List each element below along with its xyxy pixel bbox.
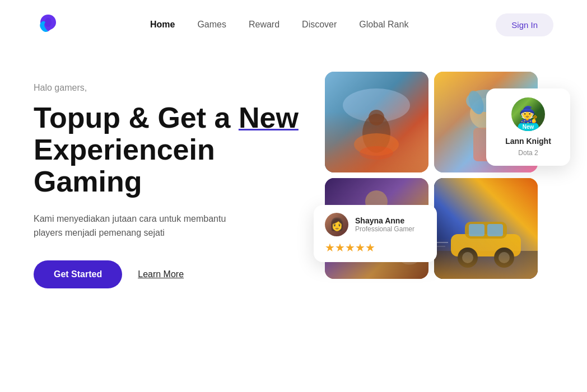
hero-title: Topup & Get a New Experiencein Gaming — [34, 102, 302, 198]
review-card-top: Shayna Anne Professional Gamer — [325, 213, 426, 236]
logo[interactable] — [34, 10, 63, 39]
reviewer-title: Professional Gamer — [355, 225, 414, 233]
stars-rating: ★★★★★ — [325, 241, 426, 254]
navbar: Home Games Reward Discover Global Rank S… — [0, 0, 587, 49]
svg-rect-20 — [434, 251, 538, 279]
svg-point-0 — [45, 18, 52, 27]
hero-buttons: Get Started Learn More — [34, 260, 302, 288]
hero-description: Kami menyediakan jutaan cara untuk memba… — [34, 212, 302, 240]
reviewer-name: Shayna Anne — [355, 216, 414, 225]
svg-point-26 — [462, 252, 473, 263]
game-card-racing[interactable] — [434, 178, 538, 279]
learn-more-button[interactable]: Learn More — [138, 269, 184, 279]
nav-item-reward[interactable]: Reward — [249, 20, 279, 30]
svg-point-10 — [465, 88, 487, 116]
svg-point-2 — [343, 88, 410, 122]
hero-title-highlight: New — [239, 101, 299, 134]
svg-point-25 — [458, 248, 478, 268]
nav-item-games[interactable]: Games — [197, 20, 226, 30]
game-card-shooter[interactable] — [325, 72, 428, 172]
svg-point-27 — [494, 248, 514, 268]
hero-title-part2: Experiencein — [34, 133, 215, 166]
hero-visual: 8 — [325, 72, 553, 296]
player-avatar: New — [511, 97, 545, 131]
svg-rect-24 — [487, 224, 503, 236]
reviewer-avatar — [325, 213, 348, 236]
hero-greeting: Halo gamers, — [34, 83, 302, 93]
svg-point-6 — [360, 146, 393, 160]
svg-point-4 — [369, 110, 384, 125]
hero-title-part3: Gaming — [34, 165, 142, 198]
signin-button[interactable]: Sign In — [496, 13, 553, 36]
nav-links: Home Games Reward Discover Global Rank — [150, 20, 408, 30]
player-card: New Lann Knight Dota 2 — [486, 88, 570, 166]
hero-title-part1: Topup & Get a New — [34, 101, 299, 134]
svg-rect-1 — [325, 72, 428, 172]
svg-rect-23 — [469, 224, 484, 236]
hero-content: Halo gamers, Topup & Get a New Experienc… — [34, 72, 302, 288]
nav-item-global-rank[interactable]: Global Rank — [359, 20, 408, 30]
reviewer-info: Shayna Anne Professional Gamer — [355, 216, 414, 233]
player-name: Lann Knight — [505, 137, 551, 146]
svg-point-28 — [499, 252, 510, 263]
nav-item-discover[interactable]: Discover — [302, 20, 337, 30]
svg-point-3 — [362, 114, 390, 153]
get-started-button[interactable]: Get Started — [34, 260, 122, 288]
player-game: Dota 2 — [518, 149, 538, 157]
nav-item-home[interactable]: Home — [150, 20, 175, 30]
hero-section: Halo gamers, Topup & Get a New Experienc… — [0, 49, 587, 318]
new-badge: New — [518, 123, 539, 131]
review-card: Shayna Anne Professional Gamer ★★★★★ — [314, 205, 437, 262]
svg-point-5 — [354, 133, 399, 156]
